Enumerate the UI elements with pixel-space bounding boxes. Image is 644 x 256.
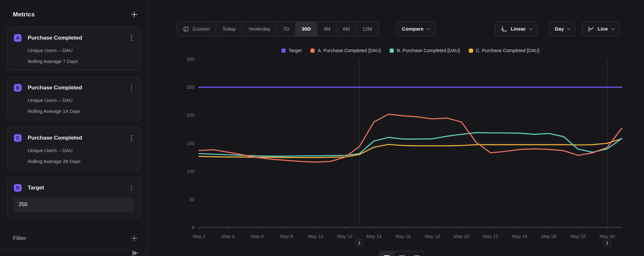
y-tick-label: 50 xyxy=(189,197,194,202)
x-tick-label: May 14 xyxy=(366,234,382,239)
x-tick-label: May 26 xyxy=(541,234,557,239)
x-tick-label: May 28 xyxy=(570,234,586,239)
y-tick-label: 200 xyxy=(187,113,194,118)
annotation-badge[interactable]: 1 xyxy=(355,239,364,247)
x-tick-label: May 18 xyxy=(425,234,440,239)
y-tick-label: 100 xyxy=(187,169,194,174)
y-tick-label: 250 xyxy=(187,85,194,90)
x-tick-label: May 16 xyxy=(395,234,411,239)
y-tick-label: 0 xyxy=(192,225,194,230)
table-view-button[interactable] xyxy=(394,251,409,256)
chart-view-button[interactable] xyxy=(379,251,394,256)
split-view-button[interactable] xyxy=(409,251,424,256)
annotation-badge[interactable]: 1 xyxy=(603,239,611,247)
series-c[interactable] xyxy=(199,139,622,158)
x-tick-label: May 30 xyxy=(600,234,615,239)
x-tick-label: May 8 xyxy=(280,234,293,239)
series-a[interactable] xyxy=(199,114,622,162)
x-tick-label: May 20 xyxy=(454,234,469,239)
x-tick-label: May 22 xyxy=(483,234,498,239)
x-tick-label: May 10 xyxy=(308,234,323,239)
y-tick-label: 150 xyxy=(187,141,194,146)
x-tick-label: May 12 xyxy=(337,234,353,239)
view-toggle-group xyxy=(379,251,424,256)
x-tick-label: May 6 xyxy=(251,234,264,239)
y-tick-label: 300 xyxy=(187,57,194,62)
x-tick-label: May 24 xyxy=(512,234,527,239)
line-chart: 050100150200250300May 2May 4May 6May 8Ma… xyxy=(0,0,644,256)
x-tick-label: May 2 xyxy=(193,234,205,239)
x-tick-label: May 4 xyxy=(222,234,235,239)
app: { "sidebar": { "title": "Metrics", "metr… xyxy=(0,0,644,256)
